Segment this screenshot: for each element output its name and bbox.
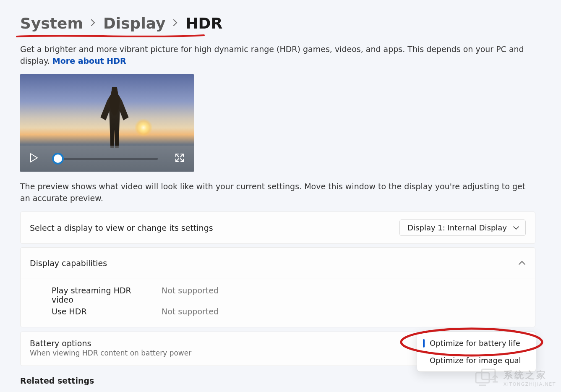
- preview-note: The preview shows what video will look l…: [20, 181, 535, 204]
- chevron-right-icon: [91, 18, 96, 29]
- capability-row: Use HDR Not supported: [52, 307, 526, 316]
- display-selector-dropdown[interactable]: Display 1: Internal Display: [399, 220, 526, 236]
- more-about-hdr-link[interactable]: More about HDR: [52, 56, 126, 65]
- capability-value-stream-hdr: Not supported: [162, 286, 219, 304]
- video-thumbnail-sun: [134, 118, 153, 137]
- chevron-right-icon: [173, 18, 178, 29]
- breadcrumb: System Display HDR: [20, 15, 561, 32]
- capability-value-use-hdr: Not supported: [162, 307, 219, 316]
- play-icon[interactable]: [29, 153, 39, 165]
- breadcrumb-system[interactable]: System: [20, 15, 83, 32]
- video-progress-handle[interactable]: [52, 153, 64, 165]
- battery-options-subtitle: When viewing HDR content on battery powe…: [30, 349, 191, 357]
- display-selector-card: Select a display to view or change its s…: [20, 212, 535, 244]
- menu-item-label: Optimize for battery life: [430, 339, 520, 348]
- display-selector-label: Select a display to view or change its s…: [30, 223, 213, 233]
- display-capabilities-card: Display capabilities Play streaming HDR …: [20, 247, 535, 327]
- annotation-underline: [16, 33, 205, 39]
- breadcrumb-display[interactable]: Display: [103, 15, 165, 32]
- chevron-down-icon: [513, 223, 519, 232]
- menu-item-optimize-battery[interactable]: Optimize for battery life: [417, 335, 536, 352]
- chevron-up-icon: [518, 259, 526, 267]
- capability-label-stream-hdr: Play streaming HDR video: [52, 286, 147, 304]
- display-selector-value: Display 1: Internal Display: [407, 223, 507, 232]
- battery-options-title: Battery options: [30, 339, 191, 348]
- hdr-description: Get a brighter and more vibrant picture …: [20, 44, 535, 67]
- display-capabilities-body: Play streaming HDR video Not supported U…: [21, 279, 535, 327]
- hdr-preview-video[interactable]: [20, 74, 194, 172]
- fullscreen-icon[interactable]: [175, 153, 185, 165]
- battery-options-menu[interactable]: Optimize for battery life Optimize for i…: [417, 332, 536, 372]
- related-settings-heading: Related settings: [20, 376, 561, 385]
- capability-label-use-hdr: Use HDR: [52, 307, 147, 316]
- menu-item-label: Optimize for image qual: [430, 356, 521, 365]
- video-progress-slider[interactable]: [53, 158, 158, 160]
- video-controls: [20, 146, 194, 172]
- breadcrumb-hdr: HDR: [185, 15, 222, 32]
- display-capabilities-header[interactable]: Display capabilities: [21, 248, 535, 279]
- capability-row: Play streaming HDR video Not supported: [52, 286, 526, 304]
- menu-item-optimize-image-quality[interactable]: Optimize for image qual: [417, 352, 536, 369]
- display-capabilities-label: Display capabilities: [30, 259, 107, 268]
